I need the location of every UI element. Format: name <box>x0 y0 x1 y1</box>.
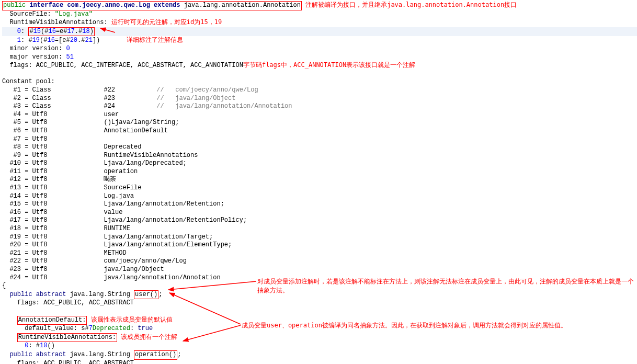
cp-entry-6: #6 = Utf8 AnnotationDefault <box>2 127 637 135</box>
cp-entry-18: #18 = Utf8 RUNTIME <box>2 225 637 233</box>
annotation-header: 注解被编译为接口，并且继承java.lang.annotation.Annota… <box>305 1 517 8</box>
major-version: major version: 51 <box>2 53 637 62</box>
cp-entry-15: #15 = Utf8 Ljava/lang/annotation/Retenti… <box>2 200 637 209</box>
cp-entry-5: #5 = Utf8 ()Ljava/lang/String; <box>2 119 637 127</box>
cp-entry-13: #13 = Utf8 SourceFile <box>2 184 637 192</box>
cp-entry-7: #7 = Utf8 <box>2 135 637 144</box>
cp-entry-14: #14 = Utf8 Log.java <box>2 192 637 201</box>
cp-entry-16: #16 = Utf8 value <box>2 209 637 217</box>
annotation-rva: 运行时可见的元注解，对应id为15，19 <box>111 18 222 26</box>
minor-version: minor version: 0 <box>2 45 637 53</box>
cp-entry-20: #20 = Utf8 Ljava/lang/annotation/Element… <box>2 241 637 249</box>
sourcefile-line: SourceFile: "Log.java" <box>2 10 637 19</box>
constant-pool-header: Constant pool: <box>2 78 637 86</box>
method-user-rva: RuntimeVisibleAnnotations: 该成员拥有一个注解 <box>2 333 637 343</box>
cp-entry-1: #1 = Class #22 // com/joecy/anno/qwe/Log <box>2 86 637 95</box>
cp-entry-4: #4 = Utf8 user <box>2 111 637 119</box>
annotation-flags: 字节码flags中，ACC_ANNOTATION表示该接口就是一个注解 <box>243 61 415 69</box>
cp-entry-8: #8 = Utf8 Deprecated <box>2 143 637 152</box>
annotation-compiled: 成员变量user、operation被编译为同名抽象方法。因此，在获取到注解对象… <box>242 322 629 330</box>
cp-entry-11: #11 = Utf8 operation <box>2 168 637 176</box>
cp-entry-2: #2 = Class #23 // java/lang/Object <box>2 95 637 103</box>
method-user-rva-0: 0: #10() <box>2 342 637 350</box>
method-operation-sig: public abstract java.lang.String operati… <box>2 350 637 360</box>
rva-header: RuntimeVisibleAnnotations: 运行时可见的元注解，对应i… <box>2 18 637 27</box>
decl-line: public interface com.joecy.anno.qwe.Log … <box>2 1 637 10</box>
cp-entry-9: #9 = Utf8 RuntimeVisibleAnnotations <box>2 152 637 160</box>
cp-entry-3: #3 = Class #24 // java/lang/annotation/A… <box>2 103 637 111</box>
annotation-member-var: 对成员变量添加注解时，若是该注解不能标注在方法上，则该注解无法标注在成员变量上，… <box>257 277 634 295</box>
method-user-flags: flags: ACC_PUBLIC, ACC_ABSTRACT <box>2 299 637 308</box>
constant-pool: #1 = Class #22 // com/joecy/anno/qwe/Log… <box>2 86 637 282</box>
cp-entry-23: #23 = Utf8 java/lang/Object <box>2 266 637 274</box>
cp-entry-12: #12 = Utf8 喝荼 <box>2 176 637 184</box>
rva-line-1: 1: #19(#16=[e#20.#21]) 详细标注了注解信息 <box>2 36 637 45</box>
rva-line-0: 0: #15(#16=e#17.#18) <box>2 27 637 37</box>
cp-entry-22: #22 = Utf8 com/joecy/anno/qwe/Log <box>2 257 637 266</box>
cp-entry-17: #17 = Utf8 Ljava/lang/annotation/Retenti… <box>2 217 637 225</box>
annotation-rva-detail: 详细标注了注解信息 <box>127 36 183 43</box>
cp-entry-21: #21 = Utf8 METHOD <box>2 249 637 258</box>
method-operation-flags: flags: ACC_PUBLIC, ACC_ABSTRACT <box>2 360 637 364</box>
flags-line: flags: ACC_PUBLIC, ACC_INTERFACE, ACC_AB… <box>2 61 637 70</box>
cp-entry-19: #19 = Utf8 Ljava/lang/annotation/Target; <box>2 233 637 242</box>
cp-entry-10: #10 = Utf8 Ljava/lang/Deprecated; <box>2 160 637 168</box>
